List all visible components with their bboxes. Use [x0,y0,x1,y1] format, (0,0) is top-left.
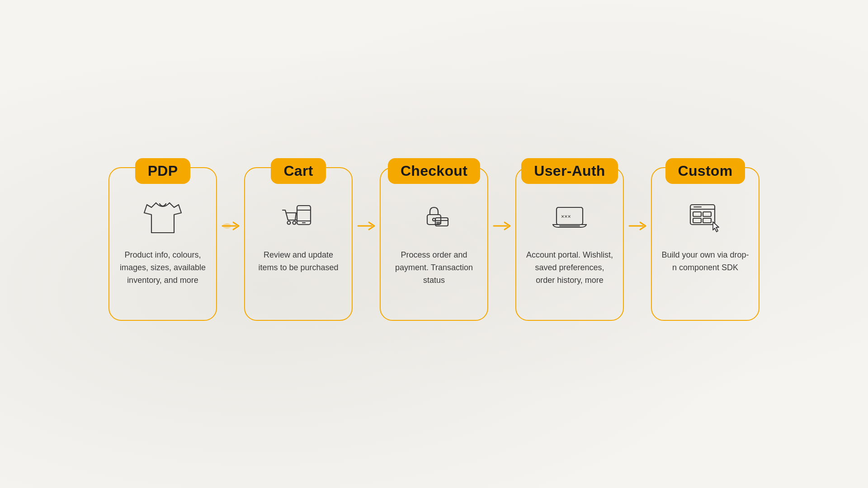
svg-rect-20 [703,212,711,216]
payment-icon [411,197,457,238]
card-pdp: PDP Product info, colours, images, sizes… [108,167,217,321]
svg-rect-15 [559,225,580,226]
card-description-cart: Review and update items to be purchased [254,249,343,274]
svg-rect-19 [693,212,701,216]
card-wrapper-cart: Cart Review and update items to be purch… [244,167,353,321]
svg-rect-6 [427,215,441,225]
card-description-pdp: Product info, colours, images, sizes, av… [118,249,207,287]
card-wrapper-custom: Custom Build your own via drop [651,167,760,321]
card-cart: Cart Review and update items to be purch… [244,167,353,321]
card-description-custom: Build your own via drop-n component SDK [661,249,750,274]
card-wrapper-checkout: Checkout Process order and payment. Tran… [380,167,488,321]
shirt-icon [140,197,185,238]
card-wrapper-pdp: PDP Product info, colours, images, sizes… [108,167,217,321]
arrow-2 [353,218,380,270]
browser-icon [683,197,728,238]
card-checkout: Checkout Process order and payment. Tran… [380,167,488,321]
svg-point-4 [288,221,291,225]
card-label-user-auth: User-Auth [521,158,618,184]
svg-rect-0 [297,206,311,225]
card-wrapper-user-auth: User-Auth ××× Account portal. Wishlist, … [515,167,624,321]
card-label-pdp: PDP [135,158,191,184]
arrow-3 [488,218,515,270]
cart-icon [276,197,321,238]
card-description-user-auth: Account portal. Wishlist, saved preferen… [525,249,614,287]
laptop-icon: ××× [547,197,592,238]
card-description-checkout: Process order and payment. Transaction s… [390,249,478,287]
flow-container: PDP Product info, colours, images, sizes… [81,149,787,339]
svg-rect-22 [703,218,711,223]
svg-point-5 [293,221,296,225]
card-label-custom: Custom [665,158,745,184]
svg-rect-21 [693,218,701,223]
card-label-checkout: Checkout [388,158,480,184]
svg-text:×××: ××× [561,213,571,220]
card-user-auth: User-Auth ××× Account portal. Wishlist, … [515,167,624,321]
arrow-1 [217,218,244,270]
arrow-4 [624,218,651,270]
card-label-cart: Cart [271,158,326,184]
card-custom: Custom Build your own via drop [651,167,760,321]
